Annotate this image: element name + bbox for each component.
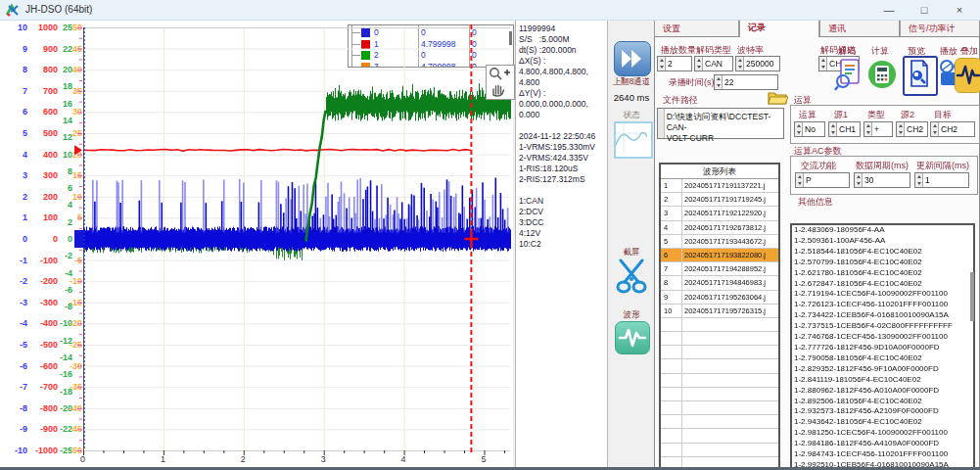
legend-row-ch2[interactable]: 200 xyxy=(349,50,513,61)
spinner[interactable] xyxy=(695,57,703,70)
wave-file-row[interactable] xyxy=(661,318,778,332)
ac-function-field[interactable]: P xyxy=(795,172,850,188)
can-frame-item[interactable]: 1-2.984743-1CECF456-110201FFFF001100 xyxy=(794,449,973,460)
waveform-file-list[interactable]: 波形列表 12024051717191137221.j2202405171719… xyxy=(659,163,780,470)
spinner[interactable] xyxy=(819,57,827,70)
can-frame-item[interactable]: 1-2.746768-1CECF456-13090002FF001100 xyxy=(794,332,973,343)
can-frame-item[interactable]: 1-2.880962-1812F456-A010A00F0000FD xyxy=(794,386,973,397)
can-frame-item[interactable]: 1-2.509361-100AF456-AA xyxy=(794,236,973,247)
page-channels-button[interactable] xyxy=(614,41,651,76)
update-interval-field[interactable]: 1 xyxy=(914,172,969,188)
data-period-field[interactable]: 30 xyxy=(854,172,910,188)
playback-count-field[interactable]: 2 xyxy=(657,56,692,71)
wave-file-row[interactable] xyxy=(661,429,778,443)
file-path-box[interactable]: D:\快速访问资料\DCCTEST-CAN- VOLT-CURR xyxy=(657,108,784,139)
can-frame-item[interactable]: 1-2.892506-181056F4-EC10C40E02 xyxy=(794,397,973,407)
can-frame-item[interactable]: 1-2.841119-181056F4-EC10C40E02 xyxy=(794,375,973,386)
can-frame-item[interactable]: 1-2.829352-1812F456-9F10A00F0000FD xyxy=(794,364,973,375)
can-frame-item[interactable]: 1-2.483069-180956F4-AA xyxy=(794,225,973,236)
wave-file-row[interactable] xyxy=(661,401,778,415)
can-frame-item[interactable]: 1-2.518544-181056F4-EC10C40E02 xyxy=(794,247,973,258)
can-frame-item[interactable]: 1-2.719194-1CEC56F4-10090002FF001100 xyxy=(794,289,973,300)
can-frame-item[interactable]: 1-2.777726-1812F456-9D10A00F0000FD xyxy=(794,343,973,353)
preview-icon-selected[interactable] xyxy=(903,56,938,96)
zoom-in-icon[interactable] xyxy=(487,66,512,81)
wave-file-row[interactable]: 12024051717191137221.j xyxy=(661,179,778,193)
play-icon-label: 播放 xyxy=(940,45,957,58)
overlay-icon[interactable] xyxy=(955,58,980,93)
cursor-legend[interactable]: 00014.799998020034.7999980 xyxy=(348,24,514,68)
can-frame-scrollbar[interactable] xyxy=(970,272,974,321)
op-source2-field[interactable]: CH2 xyxy=(896,121,928,137)
screenshot-scissors-icon[interactable] xyxy=(615,258,648,294)
wave-file-row[interactable]: 22024051717191719245.j xyxy=(661,193,778,207)
overlay-icon-label: 叠加 xyxy=(960,45,978,58)
op-source1-field[interactable]: CH1 xyxy=(828,121,861,137)
maximize-button[interactable]: □ xyxy=(907,0,942,20)
ch3-axis-tick: 4 xyxy=(53,200,72,210)
legend-tree-line xyxy=(351,33,360,45)
tab-settings[interactable]: 设置 xyxy=(654,20,739,37)
spinner[interactable] xyxy=(736,57,744,70)
tab-communication[interactable]: 通讯 xyxy=(819,20,900,37)
wave-file-row[interactable] xyxy=(661,332,778,346)
can-frame-item[interactable]: 1-2.943642-181056F4-EC10C40E02 xyxy=(794,417,973,428)
can-frame-item[interactable]: 1-2.737515-1CEB56F4-02C800FFFFFFFFFF xyxy=(794,321,973,332)
open-folder-icon[interactable] xyxy=(767,90,788,106)
plot-zoom-toolbar[interactable] xyxy=(486,65,515,100)
op-col-target: 目标 xyxy=(934,109,952,121)
wave-file-row[interactable] xyxy=(661,374,778,388)
ch4-axis-tick: 35 xyxy=(65,86,82,96)
path-scrollbar[interactable] xyxy=(658,109,665,138)
wave-file-name: 2024051717194288952.j xyxy=(682,262,778,275)
spinner[interactable] xyxy=(658,57,666,70)
wave-file-row[interactable]: 42024051717192673812.j xyxy=(661,221,778,235)
baud-rate-field[interactable]: 250000 xyxy=(735,56,780,71)
spinner[interactable] xyxy=(715,75,723,89)
op-operation-field[interactable]: No xyxy=(794,121,825,137)
can-frame-item[interactable]: 1-2.790058-181056F4-EC10C40E02 xyxy=(794,353,973,364)
wave-file-row[interactable]: 32024051717192122920.j xyxy=(661,207,778,220)
decode-icon[interactable] xyxy=(834,58,862,91)
can-frame-item[interactable]: 1-2.984186-1812F456-A4109A0F0000FD xyxy=(794,439,973,449)
can-frame-item[interactable]: 1-2.621780-181056F4-EC10C40E02 xyxy=(794,268,973,279)
wave-file-row[interactable]: 102024051717195726315.j xyxy=(661,305,778,318)
ch4-axis-tick: -5 xyxy=(65,256,82,265)
wave-file-row[interactable]: 92024051717195263064.j xyxy=(661,291,778,305)
wave-file-row[interactable] xyxy=(661,388,778,401)
wave-file-row[interactable]: 52024051717193443672.j xyxy=(661,235,778,249)
can-frame-item[interactable]: 1-2.672847-181056F4-EC10C40E02 xyxy=(794,279,973,290)
ch4-axis-tick: 30 xyxy=(65,107,82,117)
can-frame-item[interactable]: 1-2.981250-1CEC56F4-10090002FF001100 xyxy=(794,428,973,439)
wave-file-row[interactable] xyxy=(661,444,778,457)
legend-cursor-x: 4.799998 xyxy=(421,62,455,69)
minimize-button[interactable]: — xyxy=(871,0,907,20)
tab-signal-power[interactable]: 信号/功率计 xyxy=(900,20,980,37)
can-frame-item[interactable]: 1-2.932573-1812F456-A2109F0F0000FD xyxy=(794,406,973,417)
wave-file-row[interactable] xyxy=(661,346,778,359)
wave-file-row[interactable] xyxy=(661,415,778,429)
legend-row-ch1[interactable]: 14.7999980 xyxy=(349,39,513,50)
wave-file-row[interactable]: 82024051717194846983.j xyxy=(661,276,778,290)
ch4-axis-tick: -45 xyxy=(65,424,82,434)
can-frame-item[interactable]: 1-2.726123-1CECF456-110201FFFF001100 xyxy=(794,300,973,310)
wave-file-row[interactable] xyxy=(661,359,778,373)
channel-marker-icon xyxy=(361,28,370,37)
legend-cursor-x: 4.799998 xyxy=(421,39,455,49)
can-frame-list[interactable]: 1-2.483069-180956F4-AA1-2.509361-100AF45… xyxy=(790,223,975,470)
close-button[interactable]: × xyxy=(942,0,977,20)
legend-row-ch0[interactable]: 000 xyxy=(349,27,513,38)
record-time-field[interactable]: 22 xyxy=(714,74,778,90)
wave-file-row[interactable]: 62024051717193822080.j xyxy=(661,249,778,262)
calculator-icon[interactable] xyxy=(867,58,897,91)
can-frame-item[interactable]: 1-2.734422-1CEB56F4-016810010090A15A xyxy=(794,310,973,321)
wave-file-row[interactable]: 72024051717194288952.j xyxy=(661,262,778,276)
can-frame-item[interactable]: 1-2.570799-181056F4-EC10C40E02 xyxy=(794,258,973,268)
pan-hand-icon[interactable] xyxy=(487,81,512,97)
plot-area[interactable]: 109876543210-1-2-3-4-5-6-7-8-9-101000900… xyxy=(0,20,513,468)
waveform-button[interactable] xyxy=(615,321,650,354)
decode-type-field[interactable]: CAN xyxy=(694,56,733,71)
op-type-field[interactable]: + xyxy=(863,121,893,137)
tab-record[interactable]: 记录 xyxy=(739,19,819,37)
op-target-field[interactable]: CH2 xyxy=(930,121,975,137)
